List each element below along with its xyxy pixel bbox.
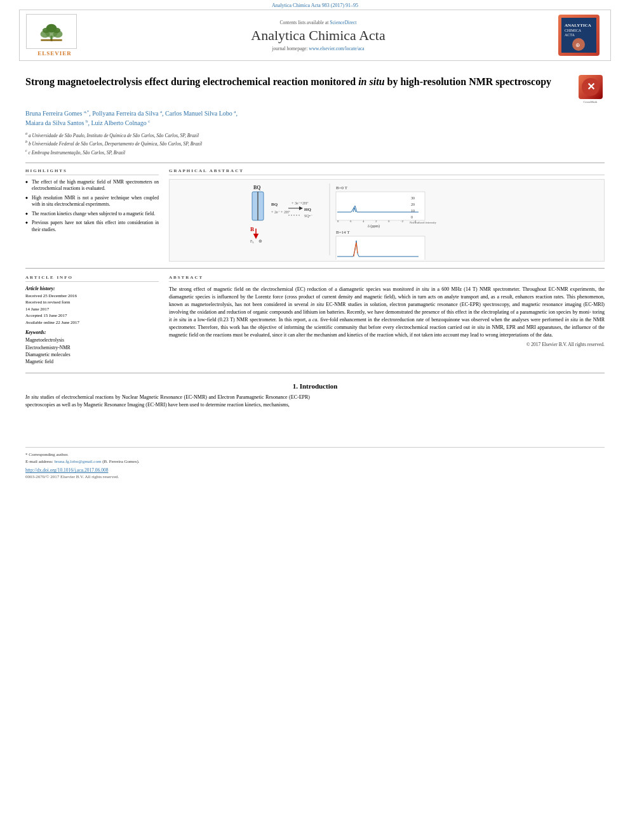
elsevier-logo-area: ⚗ ELSEVIER xyxy=(26,14,83,57)
divider-2 xyxy=(25,268,605,269)
svg-text:✕: ✕ xyxy=(587,81,595,92)
keywords-title: Keywords: xyxy=(25,330,159,335)
elsevier-tree-icon: ⚗ xyxy=(36,20,67,43)
crossmark-icon: ✕ xyxy=(579,75,603,99)
authors-line: Bruna Ferreira Gomes a,*, Pollyana Ferre… xyxy=(25,109,605,128)
article-title: Strong magnetoelectrolysis effect during… xyxy=(25,75,570,89)
highlight-item-4: Previous papers have not taken this effe… xyxy=(25,220,159,233)
journal-cover-image: ANALYTICA CHIMICA ACTA ⊕ xyxy=(558,15,600,56)
keyword-3: Diamagnetic molecules xyxy=(25,351,159,358)
abstract-body: The strong effect of magnetic field on t… xyxy=(169,286,605,339)
svg-text:⚗: ⚗ xyxy=(50,39,53,42)
revised-date: 14 June 2017 xyxy=(25,306,159,313)
abstract-column: ABSTRACT The strong effect of magnetic f… xyxy=(169,275,605,366)
svg-text:⊕: ⊕ xyxy=(258,239,262,244)
svg-text:-2: -2 xyxy=(401,220,404,223)
accepted-date: Accepted 15 June 2017 xyxy=(25,312,159,319)
svg-text:20: 20 xyxy=(411,203,415,206)
graphical-abstract-svg: BQ B FL xyxy=(247,180,526,260)
svg-text:ANALYTICA: ANALYTICA xyxy=(565,23,591,28)
svg-text:30: 30 xyxy=(411,196,415,200)
journal-homepage: journal homepage: www.elsevier.com/locat… xyxy=(83,46,553,51)
svg-text:+ 2e⁻ + 2H⁺: + 2e⁻ + 2H⁺ xyxy=(271,210,290,214)
crossmark-badge: ✕ CrossMark xyxy=(576,75,605,103)
issn-line: 0003-2670/© 2017 Elsevier B.V. All right… xyxy=(25,474,605,479)
highlight-item-1: The effect of the high magnetic field of… xyxy=(25,179,159,192)
introduction-header: 1. Introduction xyxy=(25,382,605,390)
svg-text:SQ•⁻: SQ•⁻ xyxy=(304,214,312,218)
paper-content: Strong magnetoelectrolysis effect during… xyxy=(0,61,630,479)
svg-text:B: B xyxy=(250,226,254,232)
svg-text:10: 10 xyxy=(411,209,415,213)
article-info-column: ARTICLE INFO Article history: Received 2… xyxy=(25,275,159,366)
highlight-item-2: High resolution NMR is not a passive tec… xyxy=(25,195,159,208)
graphical-abstract-image: BQ B FL xyxy=(169,179,605,262)
svg-text:+ 3e⁻+2H⁺: + 3e⁻+2H⁺ xyxy=(292,201,309,205)
divider-1 xyxy=(25,163,605,163)
divider-3 xyxy=(25,373,605,373)
svg-point-6 xyxy=(53,28,61,33)
journal-cover-area: ANALYTICA CHIMICA ACTA ⊕ xyxy=(553,15,604,56)
journal-citation: Analytica Chimica Acta 983 (2017) 91–95 xyxy=(272,3,358,8)
keywords-section: Keywords: Magnetoelectrolysis Electroche… xyxy=(25,330,159,365)
svg-text:ACTA: ACTA xyxy=(565,33,575,37)
highlights-header: HIGHLIGHTS xyxy=(25,168,159,175)
svg-text:BQ: BQ xyxy=(253,185,261,190)
article-title-section: Strong magnetoelectrolysis effect during… xyxy=(25,75,605,103)
affiliation-c: c c Embrapa Instrumentação, São Carlos, … xyxy=(25,148,605,156)
introduction-text: In situ studies of electrochemical react… xyxy=(25,394,605,409)
article-history: Article history: Received 25 December 20… xyxy=(25,286,159,326)
highlight-item-3: The reaction kinetics change when subjec… xyxy=(25,211,159,218)
highlights-graphical-section: HIGHLIGHTS The effect of the high magnet… xyxy=(25,168,605,262)
abstract-header: ABSTRACT xyxy=(169,275,605,282)
svg-text:Normalized intensity: Normalized intensity xyxy=(410,221,437,224)
corresponding-author-note: * Corresponding author. xyxy=(25,451,605,458)
email-note: E-mail address: bruna.fg.lobo@gmail.com … xyxy=(25,458,605,465)
svg-text:B=14 T: B=14 T xyxy=(336,230,350,235)
keyword-2: Electrochemistry-NMR xyxy=(25,344,159,351)
graphical-abstract-header: GRAPHICAL ABSTRACT xyxy=(169,168,605,175)
introduction-section: 1. Introduction In situ studies of elect… xyxy=(25,382,605,409)
available-online: Available online 22 June 2017 xyxy=(25,319,159,326)
keyword-4: Magnetic field xyxy=(25,358,159,365)
svg-text:δ (ppm): δ (ppm) xyxy=(368,224,380,229)
available-at-line: Contents lists available at ScienceDirec… xyxy=(83,20,553,25)
journal-title: Analytica Chimica Acta xyxy=(83,27,553,44)
affiliations: a a Universidade de São Paulo, Instituto… xyxy=(25,131,605,156)
elsevier-logo-box: ⚗ xyxy=(26,14,77,49)
svg-point-5 xyxy=(43,28,50,33)
received-revised-label: Received in revised form xyxy=(25,299,159,306)
history-title: Article history: xyxy=(25,286,159,291)
svg-text:HQ: HQ xyxy=(304,207,311,212)
received-date: Received 25 December 2016 xyxy=(25,293,159,300)
graphical-abstract-column: GRAPHICAL ABSTRACT BQ B xyxy=(169,168,605,262)
info-abstract-section: ARTICLE INFO Article history: Received 2… xyxy=(25,275,605,366)
affiliation-b: b b Universidade Federal de São Carlos, … xyxy=(25,139,605,147)
svg-text:0: 0 xyxy=(411,215,413,219)
journal-reference: Analytica Chimica Acta 983 (2017) 91–95 xyxy=(0,0,630,10)
journal-header: ⚗ ELSEVIER Contents lists available at S… xyxy=(19,10,611,61)
svg-text:FL: FL xyxy=(250,239,254,244)
highlights-column: HIGHLIGHTS The effect of the high magnet… xyxy=(25,168,159,262)
doi-link[interactable]: http://dx.doi.org/10.1016/j.aca.2017.06.… xyxy=(25,467,605,473)
copyright-line: © 2017 Elsevier B.V. All rights reserved… xyxy=(169,342,605,347)
svg-text:⊕: ⊕ xyxy=(575,42,580,48)
elsevier-text: ELSEVIER xyxy=(26,50,83,57)
article-info-header: ARTICLE INFO xyxy=(25,275,159,282)
journal-center-info: Contents lists available at ScienceDirec… xyxy=(83,20,553,51)
crossmark-label: CrossMark xyxy=(576,100,605,103)
keyword-1: Magnetoelectrolysis xyxy=(25,337,159,343)
svg-text:CHIMICA: CHIMICA xyxy=(565,29,582,32)
affiliation-a: a a Universidade de São Paulo, Instituto… xyxy=(25,131,605,139)
svg-text:BQ: BQ xyxy=(271,202,278,207)
svg-text:B=0 T: B=0 T xyxy=(336,185,348,190)
svg-rect-48 xyxy=(336,236,425,260)
footer-section: * Corresponding author. E-mail address: … xyxy=(25,447,605,479)
highlights-list: The effect of the high magnetic field of… xyxy=(25,179,159,234)
